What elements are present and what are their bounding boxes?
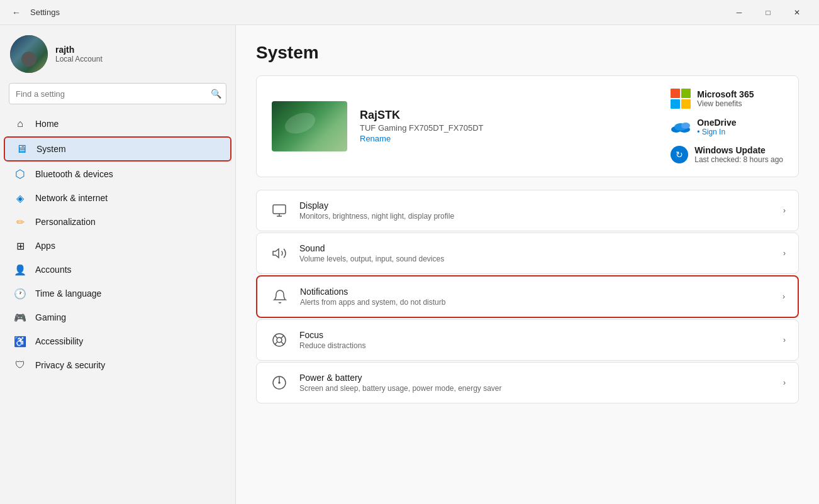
svg-point-7 — [277, 337, 282, 342]
search-box: 🔍 — [9, 83, 226, 104]
nav-personalization[interactable]: ✏ Personalization — [4, 211, 231, 233]
device-name: RajSTK — [360, 109, 645, 122]
close-button[interactable]: ✕ — [783, 0, 811, 25]
network-icon: ◈ — [14, 192, 26, 204]
microsoft365-name: Microsoft 365 — [697, 89, 754, 99]
display-text: Display Monitors, brightness, night ligh… — [299, 200, 773, 221]
notifications-desc: Alerts from apps and system, do not dist… — [300, 298, 772, 307]
nav-home-label: Home — [35, 119, 58, 129]
focus-text: Focus Reduce distractions — [299, 330, 773, 350]
nav-bluetooth[interactable]: ⬡ Bluetooth & devices — [4, 163, 231, 185]
notifications-text: Notifications Alerts from apps and syste… — [300, 287, 772, 307]
focus-desc: Reduce distractions — [299, 341, 773, 350]
content-area: System RajSTK TUF Gaming FX705DT_FX705DT… — [236, 25, 819, 504]
user-section: rajth Local Account — [0, 25, 235, 80]
gaming-icon: 🎮 — [14, 311, 26, 324]
onedrive-card: OneDrive • Sign In — [671, 118, 783, 136]
sidebar: rajth Local Account 🔍 ⌂ Home 🖥 System ⬡ … — [0, 25, 236, 504]
maximize-button[interactable]: □ — [754, 0, 783, 25]
nav-gaming[interactable]: 🎮 Gaming — [4, 306, 231, 329]
nav-accounts-label: Accounts — [35, 265, 72, 275]
window-title: Settings — [30, 8, 60, 17]
nav-privacy-label: Privacy & security — [35, 360, 105, 370]
time-icon: 🕐 — [14, 287, 26, 300]
settings-list: Display Monitors, brightness, night ligh… — [256, 190, 799, 403]
settings-item-notifications[interactable]: Notifications Alerts from apps and syste… — [256, 275, 799, 318]
user-account-type: Local Account — [55, 55, 103, 63]
sound-chevron: › — [783, 249, 786, 258]
privacy-icon: 🛡 — [14, 359, 26, 371]
nav-personalization-label: Personalization — [35, 217, 96, 227]
onedrive-action[interactable]: • Sign In — [697, 128, 736, 136]
power-desc: Screen and sleep, battery usage, power m… — [299, 384, 773, 393]
svg-line-9 — [281, 342, 284, 344]
sound-text: Sound Volume levels, output, input, soun… — [299, 243, 773, 263]
nav-apps[interactable]: ⊞ Apps — [4, 234, 231, 257]
avatar-image — [10, 35, 48, 73]
accessibility-icon: ♿ — [14, 335, 26, 348]
nav-bluetooth-label: Bluetooth & devices — [35, 169, 113, 179]
nav-apps-label: Apps — [35, 241, 55, 251]
sound-title: Sound — [299, 243, 773, 253]
settings-item-power[interactable]: Power & battery Screen and sleep, batter… — [256, 362, 799, 403]
home-icon: ⌂ — [14, 118, 26, 130]
windows-update-info: Windows Update Last checked: 8 hours ago — [694, 145, 783, 164]
nav-system-label: System — [36, 144, 66, 154]
windows-update-name: Windows Update — [694, 145, 783, 155]
device-card: RajSTK TUF Gaming FX705DT_FX705DT Rename… — [256, 75, 799, 177]
apps-icon: ⊞ — [14, 239, 26, 252]
onedrive-icon — [671, 121, 691, 133]
windows-update-card: ↻ Windows Update Last checked: 8 hours a… — [671, 145, 783, 164]
power-chevron: › — [783, 378, 786, 387]
display-chevron: › — [783, 206, 786, 215]
microsoft365-card: Microsoft 365 View benefits — [671, 89, 783, 109]
device-model: TUF Gaming FX705DT_FX705DT — [360, 123, 645, 133]
nav-accounts[interactable]: 👤 Accounts — [4, 258, 231, 281]
notifications-title: Notifications — [300, 287, 772, 297]
settings-item-focus[interactable]: Focus Reduce distractions › — [256, 319, 799, 361]
system-icon: 🖥 — [15, 143, 28, 155]
svg-line-10 — [281, 336, 284, 338]
windows-update-icon: ↻ — [671, 146, 688, 163]
nav-network[interactable]: ◈ Network & internet — [4, 187, 231, 209]
focus-title: Focus — [299, 330, 773, 340]
power-title: Power & battery — [299, 373, 773, 383]
notifications-chevron: › — [783, 292, 785, 301]
nav-home[interactable]: ⌂ Home — [4, 112, 231, 135]
display-title: Display — [299, 200, 773, 211]
device-thumbnail — [272, 101, 347, 151]
bluetooth-icon: ⬡ — [14, 168, 26, 180]
nav-privacy[interactable]: 🛡 Privacy & security — [4, 354, 231, 376]
minimize-button[interactable]: ─ — [725, 0, 754, 25]
svg-rect-4 — [273, 205, 286, 214]
nav-time-label: Time & language — [35, 288, 101, 299]
accounts-icon: 👤 — [14, 263, 26, 276]
rename-link[interactable]: Rename — [360, 134, 391, 143]
user-name: rajth — [55, 45, 103, 55]
microsoft365-info: Microsoft 365 View benefits — [697, 89, 754, 108]
onedrive-name: OneDrive — [697, 118, 736, 128]
nav-time[interactable]: 🕐 Time & language — [4, 282, 231, 305]
svg-line-8 — [275, 336, 277, 338]
page-title: System — [256, 43, 799, 63]
microsoft365-action: View benefits — [697, 99, 754, 108]
nav-accessibility[interactable]: ♿ Accessibility — [4, 330, 231, 353]
window-controls: ─ □ ✕ — [725, 0, 811, 25]
display-desc: Monitors, brightness, night light, displ… — [299, 212, 773, 221]
display-icon — [269, 200, 289, 221]
titlebar: ← Settings ─ □ ✕ — [0, 0, 819, 25]
nav-system[interactable]: 🖥 System — [4, 136, 231, 162]
sound-desc: Volume levels, output, input, sound devi… — [299, 255, 773, 263]
svg-line-11 — [275, 342, 277, 344]
settings-item-sound[interactable]: Sound Volume levels, output, input, soun… — [256, 233, 799, 274]
sound-icon — [269, 243, 289, 263]
settings-item-display[interactable]: Display Monitors, brightness, night ligh… — [256, 190, 799, 231]
focus-icon — [269, 330, 289, 350]
back-button[interactable]: ← — [8, 4, 25, 21]
search-input[interactable] — [9, 83, 226, 104]
nav-accessibility-label: Accessibility — [35, 336, 83, 346]
focus-chevron: › — [783, 336, 786, 344]
device-details: RajSTK TUF Gaming FX705DT_FX705DT Rename — [360, 109, 645, 144]
main-layout: rajth Local Account 🔍 ⌂ Home 🖥 System ⬡ … — [0, 25, 819, 504]
windows-update-status: Last checked: 8 hours ago — [694, 155, 783, 164]
